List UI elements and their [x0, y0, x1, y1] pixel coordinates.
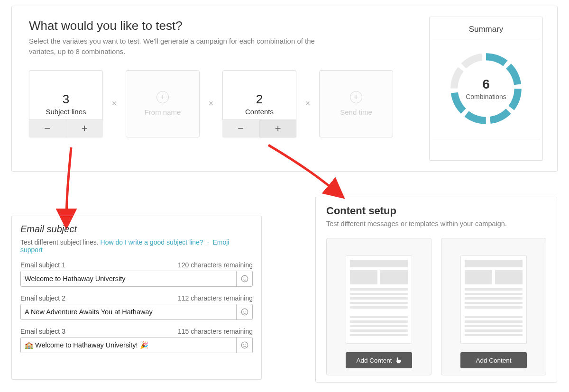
add-circle-icon: +: [350, 91, 362, 103]
link-howto-subject[interactable]: How do I write a good subject line?: [101, 238, 203, 246]
test-config-left: What would you like to test? Select the …: [29, 17, 429, 161]
chars-remaining: 115 characters remaining: [178, 328, 253, 335]
variate-label: Contents: [245, 108, 274, 116]
add-content-label: Add Content: [356, 357, 392, 364]
variate-label: Subject lines: [46, 108, 86, 116]
summary-title: Summary: [432, 22, 540, 39]
subject-input-2[interactable]: [21, 304, 236, 319]
subject-panel-title: Email subject: [20, 224, 253, 235]
variate-row: 3 Subject lines − + × + From name × 2: [29, 70, 422, 137]
variate-count: 2: [256, 92, 263, 107]
subject-desc-text: Test different subject lines.: [20, 238, 101, 246]
subject-panel-desc: Test different subject lines. How do I w…: [20, 238, 253, 254]
content-setup-panel: Content setup Test different messages or…: [315, 197, 557, 383]
subject-input-wrap: [20, 271, 253, 287]
subject-input-wrap: [20, 337, 253, 353]
combinations-ring-chart: 6 Combinations: [446, 49, 526, 128]
template-thumbnail-icon: [460, 255, 527, 344]
svg-point-9: [243, 278, 244, 279]
combinations-label: Combinations: [466, 93, 506, 100]
cursor-hand-icon: [395, 357, 402, 364]
summary-panel: Summary: [429, 17, 543, 161]
content-cards-row: Add Content Add Content: [326, 238, 546, 375]
chars-remaining: 112 characters remaining: [178, 294, 253, 302]
add-content-label: Add Content: [476, 357, 511, 364]
divider: [432, 39, 540, 39]
svg-point-12: [243, 311, 244, 312]
emoji-picker-button[interactable]: [236, 304, 252, 319]
emoji-picker-button[interactable]: [236, 271, 252, 286]
svg-point-16: [245, 344, 246, 345]
ring-center: 6 Combinations: [466, 77, 506, 100]
email-subject-panel: Email subject Test different subject lin…: [11, 216, 262, 380]
variate-count: 3: [63, 92, 69, 107]
svg-point-14: [241, 342, 248, 348]
decrement-button[interactable]: −: [29, 120, 66, 137]
subject-field-label: Email subject 2: [20, 294, 65, 302]
smiley-icon: [240, 274, 249, 283]
subject-group-2: Email subject 2 112 characters remaining: [20, 294, 253, 320]
subject-field-label: Email subject 1: [20, 261, 65, 269]
decrement-button[interactable]: −: [222, 120, 259, 137]
svg-point-13: [245, 311, 246, 312]
variate-stepper: − +: [29, 119, 103, 137]
variate-card-subject[interactable]: 3 Subject lines − +: [29, 70, 103, 137]
subject-group-1: Email subject 1 120 characters remaining: [20, 261, 253, 287]
variate-stepper: − +: [222, 119, 296, 137]
svg-point-11: [241, 309, 248, 315]
svg-point-8: [241, 275, 248, 282]
page: What would you like to test? Select the …: [0, 0, 569, 392]
add-content-button[interactable]: Add Content: [346, 352, 412, 368]
subject-field-label: Email subject 3: [20, 328, 65, 335]
subject-input-3[interactable]: [21, 337, 236, 353]
subject-input-1[interactable]: [21, 271, 236, 286]
template-thumbnail-icon: [346, 255, 412, 344]
add-circle-icon: +: [156, 91, 169, 103]
smiley-icon: [240, 341, 249, 349]
variate-card-fromname[interactable]: + From name: [126, 70, 200, 137]
combinations-count: 6: [482, 77, 490, 92]
subject-group-3: Email subject 3 115 characters remaining: [20, 328, 253, 353]
smiley-icon: [240, 308, 249, 316]
increment-button[interactable]: +: [259, 120, 297, 137]
variate-label: Send time: [340, 108, 372, 116]
add-content-button[interactable]: Add Content: [460, 352, 527, 368]
chars-remaining: 120 characters remaining: [178, 261, 253, 269]
test-config-panel: What would you like to test? Select the …: [11, 6, 558, 172]
multiply-icon: ×: [204, 99, 218, 109]
multiply-icon: ×: [108, 99, 121, 109]
content-panel-title: Content setup: [326, 205, 546, 217]
dot-separator-icon: ·: [207, 238, 209, 246]
page-title: What would you like to test?: [29, 18, 422, 33]
divider: [432, 139, 540, 139]
content-card-1: Add Content: [326, 238, 431, 375]
page-description: Select the variates you want to test. We…: [29, 36, 332, 57]
variate-card-contents[interactable]: 2 Contents − +: [222, 70, 296, 137]
variate-card-sendtime[interactable]: + Send time: [319, 70, 393, 137]
content-panel-desc: Test different messages or templates wit…: [326, 220, 546, 228]
emoji-picker-button[interactable]: [236, 337, 252, 353]
svg-point-10: [245, 278, 246, 279]
svg-point-15: [243, 344, 244, 345]
subject-input-wrap: [20, 304, 253, 320]
variate-label: From name: [145, 108, 181, 116]
increment-button[interactable]: +: [66, 120, 103, 137]
multiply-icon: ×: [301, 99, 314, 109]
content-card-2: Add Content: [441, 238, 546, 375]
